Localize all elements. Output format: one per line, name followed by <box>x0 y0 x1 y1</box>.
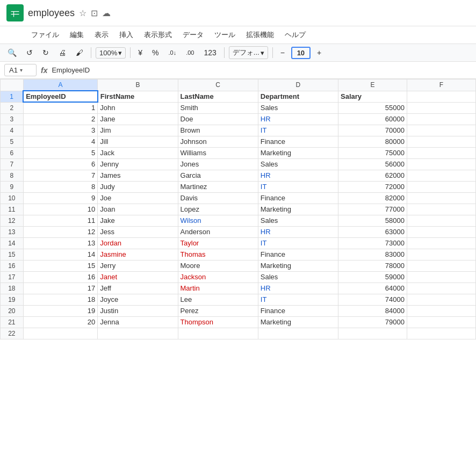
cell-e-7[interactable]: 56000 <box>338 158 407 170</box>
cell-a-13[interactable]: 12 <box>23 226 98 237</box>
col-header-c[interactable]: C <box>178 79 258 91</box>
cell-b-8[interactable]: James <box>98 170 178 181</box>
paint-format-button[interactable]: 🖌 <box>73 46 86 59</box>
font-name-control[interactable]: デフォ... ▾ <box>229 46 268 59</box>
cell-f-20[interactable] <box>407 305 475 316</box>
cell-b-1[interactable]: FirstName <box>98 91 178 102</box>
row-number[interactable]: 11 <box>1 204 24 215</box>
row-number[interactable]: 13 <box>1 226 24 237</box>
cell-a-5[interactable]: 4 <box>23 136 98 147</box>
menu-insert[interactable]: 挿入 <box>115 27 138 42</box>
cell-a-4[interactable]: 3 <box>23 125 98 136</box>
cell-c-13[interactable]: Anderson <box>178 226 258 237</box>
cell-b-3[interactable]: Jane <box>98 113 178 125</box>
undo-button[interactable]: ↺ <box>23 46 36 59</box>
cell-f-11[interactable] <box>407 204 475 215</box>
cell-d-11[interactable]: Marketing <box>258 204 338 215</box>
cell-b-13[interactable]: Jess <box>98 226 178 237</box>
cell-c-15[interactable]: Thomas <box>178 249 258 260</box>
cell-e-2[interactable]: 55000 <box>338 102 407 113</box>
row-number[interactable]: 1 <box>1 91 24 102</box>
cell-d-1[interactable]: Department <box>258 91 338 102</box>
cell-c-20[interactable]: Perez <box>178 305 258 316</box>
col-header-d[interactable]: D <box>258 79 338 91</box>
cell-e-21[interactable]: 79000 <box>338 316 407 328</box>
cell-f-7[interactable] <box>407 158 475 170</box>
cell-e-14[interactable]: 73000 <box>338 237 407 249</box>
row-number[interactable]: 12 <box>1 215 24 226</box>
cell-b-9[interactable]: Judy <box>98 181 178 192</box>
font-size-increase-button[interactable]: + <box>314 46 324 59</box>
cell-c-10[interactable]: Davis <box>178 192 258 204</box>
cell-f-12[interactable] <box>407 215 475 226</box>
menu-format[interactable]: 表示形式 <box>140 27 176 42</box>
row-number[interactable]: 8 <box>1 170 24 181</box>
cell-d-13[interactable]: HR <box>258 226 338 237</box>
row-number[interactable]: 2 <box>1 102 24 113</box>
col-header-e[interactable]: E <box>338 79 407 91</box>
cell-d-4[interactable]: IT <box>258 125 338 136</box>
cell-b-12[interactable]: Jake <box>98 215 178 226</box>
cell-b-10[interactable]: Joe <box>98 192 178 204</box>
row-number[interactable]: 21 <box>1 316 24 328</box>
cell-d-9[interactable]: IT <box>258 181 338 192</box>
cell-d-20[interactable]: Finance <box>258 305 338 316</box>
cell-c-4[interactable]: Brown <box>178 125 258 136</box>
cell-d-19[interactable]: IT <box>258 294 338 305</box>
cell-f-8[interactable] <box>407 170 475 181</box>
cell-a-2[interactable]: 1 <box>23 102 98 113</box>
cell-b-17[interactable]: Janet <box>98 271 178 283</box>
cell-b-18[interactable]: Jeff <box>98 283 178 294</box>
cell-c-14[interactable]: Taylor <box>178 237 258 249</box>
cell-d-6[interactable]: Marketing <box>258 147 338 158</box>
cell-e-16[interactable]: 78000 <box>338 260 407 271</box>
col-header-a[interactable]: A <box>23 79 98 91</box>
cell-a-19[interactable]: 18 <box>23 294 98 305</box>
cell-d-16[interactable]: Marketing <box>258 260 338 271</box>
cell-b-4[interactable]: Jim <box>98 125 178 136</box>
cell-a-10[interactable]: 9 <box>23 192 98 204</box>
cell-c-7[interactable]: Jones <box>178 158 258 170</box>
cell-d-15[interactable]: Finance <box>258 249 338 260</box>
row-number[interactable]: 15 <box>1 249 24 260</box>
format-123-button[interactable]: 123 <box>200 46 219 59</box>
cell-e-6[interactable]: 75000 <box>338 147 407 158</box>
font-size-decrease-button[interactable]: − <box>277 46 288 59</box>
cell-f-13[interactable] <box>407 226 475 237</box>
percent-button[interactable]: % <box>149 46 162 59</box>
row-number[interactable]: 18 <box>1 283 24 294</box>
cell-e-12[interactable]: 58000 <box>338 215 407 226</box>
cell-c-17[interactable]: Jackson <box>178 271 258 283</box>
cell-d-22[interactable] <box>258 328 338 339</box>
row-number[interactable]: 3 <box>1 113 24 125</box>
cell-e-5[interactable]: 80000 <box>338 136 407 147</box>
row-number[interactable]: 22 <box>1 328 24 339</box>
cell-c-5[interactable]: Johnson <box>178 136 258 147</box>
row-number[interactable]: 10 <box>1 192 24 204</box>
cell-d-3[interactable]: HR <box>258 113 338 125</box>
cell-c-18[interactable]: Martin <box>178 283 258 294</box>
cell-a-6[interactable]: 5 <box>23 147 98 158</box>
cell-b-15[interactable]: Jasmine <box>98 249 178 260</box>
cell-c-1[interactable]: LastName <box>178 91 258 102</box>
cell-a-1[interactable]: EmployeeID <box>23 91 98 102</box>
cell-f-4[interactable] <box>407 125 475 136</box>
menu-view[interactable]: 表示 <box>90 27 113 42</box>
row-number[interactable]: 7 <box>1 158 24 170</box>
cell-e-11[interactable]: 77000 <box>338 204 407 215</box>
cell-c-16[interactable]: Moore <box>178 260 258 271</box>
col-header-f[interactable]: F <box>407 79 475 91</box>
row-number[interactable]: 6 <box>1 147 24 158</box>
cell-e-20[interactable]: 84000 <box>338 305 407 316</box>
cell-f-14[interactable] <box>407 237 475 249</box>
cell-c-22[interactable] <box>178 328 258 339</box>
cell-c-12[interactable]: Wilson <box>178 215 258 226</box>
cell-e-9[interactable]: 72000 <box>338 181 407 192</box>
cell-c-19[interactable]: Lee <box>178 294 258 305</box>
cell-e-17[interactable]: 59000 <box>338 271 407 283</box>
cell-d-12[interactable]: Sales <box>258 215 338 226</box>
cell-a-17[interactable]: 16 <box>23 271 98 283</box>
cell-c-11[interactable]: Lopez <box>178 204 258 215</box>
cell-b-16[interactable]: Jerry <box>98 260 178 271</box>
cell-f-3[interactable] <box>407 113 475 125</box>
